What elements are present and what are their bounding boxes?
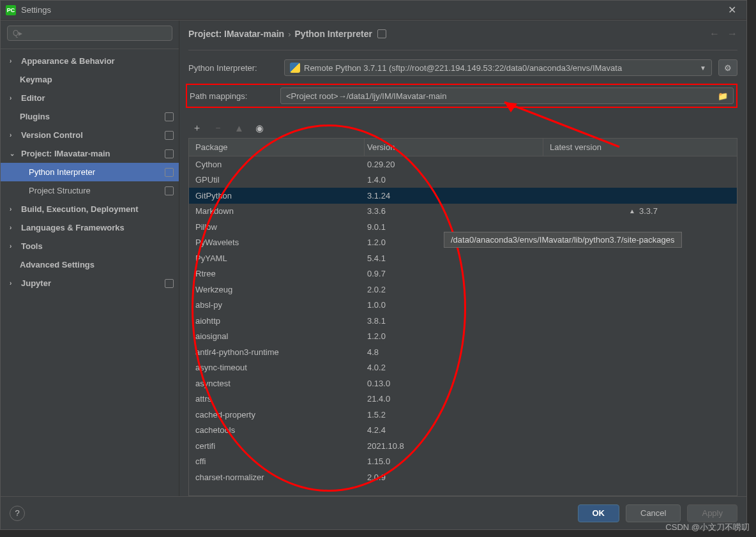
sidebar-item-label: Appearance & Behavior xyxy=(21,56,115,66)
table-row[interactable]: antlr4-python3-runtime4.8 xyxy=(189,344,737,360)
upgrade-icon: ▲ xyxy=(629,208,635,215)
sidebar-item-jupyter[interactable]: ›Jupyter xyxy=(1,274,179,292)
package-version: 9.0.1 xyxy=(365,222,543,232)
sidebar-item-python-interpreter[interactable]: Python Interpreter xyxy=(1,163,179,181)
sidebar-item-editor[interactable]: ›Editor xyxy=(1,89,179,107)
package-version: 2.0.2 xyxy=(365,285,543,294)
gear-button[interactable]: ⚙ xyxy=(718,59,737,76)
chevron-icon: › xyxy=(10,224,19,231)
scope-badge-icon xyxy=(165,149,174,158)
table-row[interactable]: absl-py1.0.0 xyxy=(189,298,737,314)
table-row[interactable]: aiosignal1.2.0 xyxy=(189,329,737,345)
package-name: antlr4-python3-runtime xyxy=(189,347,365,357)
sidebar-item-version-control[interactable]: ›Version Control xyxy=(1,126,179,144)
scope-badge-icon xyxy=(165,112,174,121)
path-mappings-input[interactable]: <Project root>→/data1/ljy/IM/IMavatar-ma… xyxy=(280,87,734,104)
cancel-button[interactable]: Cancel xyxy=(626,504,681,522)
sidebar-item-plugins[interactable]: Plugins xyxy=(1,107,179,126)
table-header: Package Version Latest version xyxy=(189,139,737,156)
package-name: aiosignal xyxy=(189,331,365,341)
sidebar-item-label: Build, Execution, Deployment xyxy=(21,204,138,214)
path-mappings-value: <Project root>→/data1/ljy/IM/IMavatar-ma… xyxy=(286,91,446,101)
interpreter-combo[interactable]: Remote Python 3.7.11 (sftp://root@221.19… xyxy=(284,59,712,76)
sidebar-item-project-structure[interactable]: Project Structure xyxy=(1,181,179,200)
table-row[interactable]: certifi2021.10.8 xyxy=(189,438,737,454)
settings-tree: ›Appearance & BehaviorKeymap›EditorPlugi… xyxy=(1,49,179,496)
table-row[interactable]: asynctest0.13.0 xyxy=(189,375,737,391)
table-row[interactable]: PyYAML5.4.1 xyxy=(189,250,737,266)
package-version: 4.0.2 xyxy=(365,363,543,372)
sidebar-item-keymap[interactable]: Keymap xyxy=(1,70,179,89)
package-version: 2021.10.8 xyxy=(365,441,543,451)
sidebar-item-appearance-behavior[interactable]: ›Appearance & Behavior xyxy=(1,52,179,70)
package-name: PyWavelets xyxy=(189,238,365,247)
table-row[interactable]: Rtree0.9.7 xyxy=(189,266,737,282)
breadcrumb-root: Project: IMavatar-main xyxy=(188,29,284,39)
package-version: 1.15.0 xyxy=(365,457,543,466)
table-row[interactable]: GPUtil1.4.0 xyxy=(189,172,737,188)
chevron-icon: › xyxy=(10,57,19,64)
package-version: 2.0.9 xyxy=(365,473,543,482)
header-package[interactable]: Package xyxy=(189,139,365,156)
show-early-releases-button[interactable]: ◉ xyxy=(255,123,264,134)
package-name: attrs xyxy=(189,394,365,404)
path-mappings-row: Path mappings: <Project root>→/data1/ljy… xyxy=(186,84,737,108)
sidebar-item-label: Plugins xyxy=(20,112,50,121)
package-name: Markdown xyxy=(189,206,365,216)
table-row[interactable]: charset-normalizer2.0.9 xyxy=(189,469,737,485)
table-row[interactable]: attrs21.4.0 xyxy=(189,391,737,407)
header-latest[interactable]: Latest version xyxy=(543,139,737,156)
sidebar-item-advanced-settings[interactable]: Advanced Settings xyxy=(1,255,179,274)
watermark: CSDN @小文刀不唠叨 xyxy=(665,522,750,533)
chevron-down-icon: ▼ xyxy=(696,64,706,72)
interpreter-label: Python Interpreter: xyxy=(188,63,278,73)
sidebar-item-project-imavatar-main[interactable]: ⌄Project: IMavatar-main xyxy=(1,144,179,163)
table-row[interactable]: cached-property1.5.2 xyxy=(189,407,737,423)
titlebar: PC Settings ✕ xyxy=(1,1,746,20)
chevron-icon: ⌄ xyxy=(10,150,19,157)
help-button[interactable]: ? xyxy=(10,506,25,521)
close-icon[interactable]: ✕ xyxy=(722,1,741,20)
table-row[interactable]: Markdown3.3.6▲3.3.7 xyxy=(189,204,737,220)
table-row[interactable]: aiohttp3.8.1 xyxy=(189,313,737,329)
upgrade-package-button[interactable]: ▲ xyxy=(234,123,244,133)
sidebar-item-label: Jupyter xyxy=(21,278,51,288)
package-version: 0.9.7 xyxy=(365,269,543,278)
table-row[interactable]: async-timeout4.0.2 xyxy=(189,360,737,376)
nav-forward-icon[interactable]: → xyxy=(727,28,737,40)
sidebar-item-label: Tools xyxy=(21,241,43,251)
apply-button: Apply xyxy=(687,504,737,522)
header-version[interactable]: Version xyxy=(365,139,543,156)
package-name: GitPython xyxy=(189,191,365,200)
folder-icon[interactable]: 📁 xyxy=(718,91,728,101)
ok-button[interactable]: OK xyxy=(578,504,620,522)
sidebar-item-tools[interactable]: ›Tools xyxy=(1,237,179,255)
package-name: async-timeout xyxy=(189,363,365,372)
table-row[interactable]: cffi1.15.0 xyxy=(189,454,737,470)
settings-dialog: PC Settings ✕ ›Appearance & BehaviorKeym… xyxy=(0,0,747,530)
package-version: 1.2.0 xyxy=(365,331,543,341)
nav-back-icon[interactable]: ← xyxy=(709,28,720,40)
sidebar-item-languages-frameworks[interactable]: ›Languages & Frameworks xyxy=(1,218,179,237)
search-input[interactable] xyxy=(7,26,172,41)
package-name: GPUtil xyxy=(189,175,365,185)
sidebar-item-build-execution-deployment[interactable]: ›Build, Execution, Deployment xyxy=(1,200,179,218)
package-version: 4.8 xyxy=(365,347,543,357)
package-name: Pillow xyxy=(189,222,365,232)
package-version: 5.4.1 xyxy=(365,253,543,263)
table-row[interactable]: GitPython3.1.24 xyxy=(189,188,737,204)
app-icon: PC xyxy=(6,5,16,15)
chevron-icon: › xyxy=(10,206,19,213)
chevron-icon: › xyxy=(10,95,19,102)
add-package-button[interactable]: ＋ xyxy=(192,122,202,134)
scope-badge-icon xyxy=(165,279,174,288)
chevron-icon: › xyxy=(10,243,19,250)
table-row[interactable]: cachetools4.2.4 xyxy=(189,423,737,439)
path-mappings-label: Path mappings: xyxy=(190,91,274,101)
table-row[interactable]: Cython0.29.20 xyxy=(189,156,737,172)
table-row[interactable]: Werkzeug2.0.2 xyxy=(189,282,737,298)
package-latest: ▲3.3.7 xyxy=(543,206,737,216)
remove-package-button[interactable]: － xyxy=(213,122,223,134)
sidebar-item-label: Python Interpreter xyxy=(29,167,95,177)
interpreter-value: Remote Python 3.7.11 (sftp://root@221.19… xyxy=(304,63,622,73)
